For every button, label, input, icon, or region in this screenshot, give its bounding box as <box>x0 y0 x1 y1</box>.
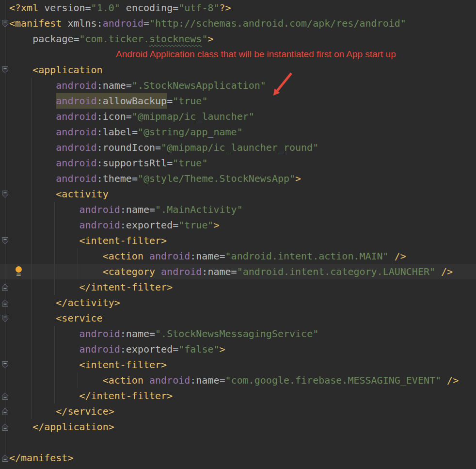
fold-start-marker[interactable] <box>1 190 9 198</box>
fold-end-marker[interactable] <box>1 423 9 431</box>
gutter <box>0 0 476 469</box>
bulb-base <box>16 275 21 276</box>
fold-start-marker[interactable] <box>1 314 9 323</box>
fold-end-marker[interactable] <box>1 407 9 416</box>
fold-end-marker[interactable] <box>1 299 9 307</box>
fold-start-marker[interactable] <box>1 19 9 28</box>
fold-start-marker[interactable] <box>1 66 9 74</box>
fold-end-marker[interactable] <box>1 454 9 462</box>
fold-start-marker[interactable] <box>1 361 9 369</box>
fold-end-marker[interactable] <box>1 392 9 400</box>
bulb-glass <box>16 266 22 273</box>
code-editor: <?xml version="1.0" encoding="utf-8"?><m… <box>0 0 476 469</box>
intention-bulb-icon[interactable] <box>15 266 23 278</box>
bulb-base <box>16 274 21 275</box>
fold-end-marker[interactable] <box>1 283 9 291</box>
fold-start-marker[interactable] <box>1 237 9 245</box>
